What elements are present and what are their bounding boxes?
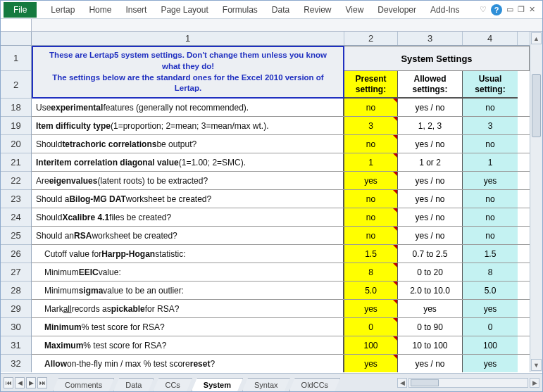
usual-setting[interactable]: no — [463, 99, 518, 116]
sheet-tab-ccs[interactable]: CCs — [153, 378, 192, 391]
setting-description[interactable]: Mark all records as pickable for RSA? — [32, 300, 344, 317]
allowed-settings[interactable]: yes — [398, 300, 463, 317]
sheet-tab-syntax[interactable]: Syntax — [242, 378, 290, 391]
help-icon[interactable]: ? — [491, 4, 502, 15]
setting-description[interactable]: Are eigenvalues (latent roots) to be ext… — [32, 172, 344, 189]
present-setting[interactable]: 1.5 — [344, 245, 398, 263]
ribbon-minimize-icon[interactable]: ▭ — [506, 5, 513, 14]
usual-setting[interactable]: yes — [463, 355, 518, 372]
sheet-tab-system[interactable]: System — [192, 378, 243, 391]
usual-setting[interactable]: 1 — [463, 153, 518, 171]
ribbon-tab-insert[interactable]: Insert — [118, 2, 154, 18]
file-tab[interactable]: File — [4, 2, 37, 18]
col-header-2[interactable]: 2 — [344, 32, 398, 45]
col-header-4[interactable]: 4 — [463, 32, 518, 45]
present-setting[interactable]: no — [344, 135, 398, 153]
allowed-settings[interactable]: yes / no — [398, 208, 463, 226]
row-header[interactable]: 25 — [1, 227, 31, 245]
ribbon-close-icon[interactable]: ✕ — [529, 5, 535, 14]
row-header[interactable]: 30 — [1, 318, 31, 336]
row-header[interactable]: 18 — [1, 99, 31, 117]
present-setting[interactable]: 3 — [344, 117, 398, 134]
usual-setting[interactable]: no — [463, 135, 518, 153]
present-setting[interactable]: no — [344, 99, 398, 116]
setting-description[interactable]: Minimum EEIC value: — [32, 263, 344, 281]
allowed-settings[interactable]: yes / no — [398, 190, 463, 208]
sheet-tab-oldccs[interactable]: OldCCs — [289, 378, 341, 391]
hscroll-right-icon[interactable]: ▶ — [530, 378, 539, 388]
usual-setting[interactable]: 100 — [463, 336, 518, 354]
hscroll-track[interactable] — [408, 378, 528, 388]
setting-description[interactable]: Item difficulty type (1=proportion; 2=me… — [32, 117, 344, 134]
setting-description[interactable]: Should Xcalibre 4.1 files be created? — [32, 208, 344, 226]
ribbon-tab-lertap[interactable]: Lertap — [44, 2, 82, 18]
present-setting[interactable]: 0 — [344, 318, 398, 336]
ribbon-tab-view[interactable]: View — [339, 2, 371, 18]
usual-setting[interactable]: yes — [463, 300, 518, 317]
horizontal-scrollbar[interactable]: ◀ ▶ — [397, 378, 539, 388]
allowed-settings[interactable]: yes / no — [398, 355, 463, 372]
ribbon-tab-developer[interactable]: Developer — [370, 2, 423, 18]
row-header[interactable]: 19 — [1, 117, 31, 135]
usual-setting[interactable]: 3 — [463, 117, 518, 134]
scroll-up-icon[interactable]: ▲ — [531, 32, 542, 44]
present-setting[interactable]: yes — [344, 355, 398, 372]
col-header-1[interactable]: 1 — [32, 32, 344, 45]
tab-nav-prev-icon[interactable]: ◀ — [15, 377, 25, 388]
usual-setting[interactable]: 1.5 — [463, 245, 518, 263]
usual-setting[interactable]: yes — [463, 172, 518, 189]
present-setting[interactable]: 1 — [344, 153, 398, 171]
row-header[interactable]: 27 — [1, 263, 31, 282]
allowed-settings[interactable]: 2.0 to 10.0 — [398, 282, 463, 299]
row-header[interactable]: 2 — [1, 71, 31, 99]
ribbon-heart-icon[interactable]: ♡ — [480, 5, 487, 14]
allowed-settings[interactable]: 1, 2, 3 — [398, 117, 463, 134]
setting-description[interactable]: Minimum % test score for RSA? — [32, 318, 344, 336]
ribbon-restore-icon[interactable]: ❐ — [518, 5, 525, 14]
present-setting[interactable]: 8 — [344, 263, 398, 281]
usual-setting[interactable]: 8 — [463, 263, 518, 281]
setting-description[interactable]: Should a Bilog-MG DAT worksheet be creat… — [32, 190, 344, 208]
present-setting[interactable]: no — [344, 227, 398, 244]
present-setting[interactable]: no — [344, 208, 398, 226]
row-header[interactable]: 21 — [1, 153, 31, 172]
allowed-settings[interactable]: yes / no — [398, 135, 463, 153]
allowed-settings[interactable]: yes / no — [398, 227, 463, 244]
allowed-settings[interactable]: yes / no — [398, 172, 463, 189]
scroll-down-icon[interactable]: ▼ — [531, 359, 542, 371]
setting-description[interactable]: Minimum sigma value to be an outlier: — [32, 282, 344, 299]
present-setting[interactable]: no — [344, 190, 398, 208]
setting-description[interactable]: Maximum % test score for RSA? — [32, 336, 344, 354]
setting-description[interactable]: Should tetrachoric correlations be outpu… — [32, 135, 344, 153]
select-all-corner[interactable] — [1, 32, 31, 46]
setting-description[interactable]: Allow on-the-fly min / max % test score … — [32, 355, 344, 372]
tab-nav-next-icon[interactable]: ▶ — [26, 377, 36, 388]
ribbon-tab-home[interactable]: Home — [82, 2, 118, 18]
scroll-thumb[interactable] — [532, 74, 541, 137]
usual-setting[interactable]: 5.0 — [463, 282, 518, 299]
allowed-settings[interactable]: 1 or 2 — [398, 153, 463, 171]
row-header[interactable]: 28 — [1, 282, 31, 300]
allowed-settings[interactable]: 0.7 to 2.5 — [398, 245, 463, 263]
tab-nav-first-icon[interactable]: ⏮ — [4, 377, 13, 388]
row-header[interactable]: 22 — [1, 172, 31, 190]
allowed-settings[interactable]: 0 to 90 — [398, 318, 463, 336]
setting-description[interactable]: Use experimental features (generally not… — [32, 99, 344, 116]
allowed-settings[interactable]: 10 to 100 — [398, 336, 463, 354]
present-setting[interactable]: yes — [344, 172, 398, 189]
sheet-tab-comments[interactable]: Comments — [53, 378, 114, 391]
name-box[interactable] — [1, 19, 32, 31]
usual-setting[interactable]: no — [463, 208, 518, 226]
ribbon-tab-add-ins[interactable]: Add-Ins — [423, 2, 466, 18]
hscroll-thumb[interactable] — [411, 379, 439, 386]
usual-setting[interactable]: 0 — [463, 318, 518, 336]
setting-description[interactable]: Cutoff value for Harpp-Hogan statistic: — [32, 245, 344, 263]
row-header[interactable]: 32 — [1, 355, 31, 372]
sheet-tab-data[interactable]: Data — [113, 378, 154, 391]
row-header[interactable]: 29 — [1, 300, 31, 318]
tab-nav-last-icon[interactable]: ⏭ — [37, 377, 47, 388]
row-header[interactable]: 1 — [1, 46, 31, 71]
row-header[interactable]: 24 — [1, 208, 31, 227]
row-header[interactable]: 23 — [1, 190, 31, 208]
usual-setting[interactable]: no — [463, 227, 518, 244]
